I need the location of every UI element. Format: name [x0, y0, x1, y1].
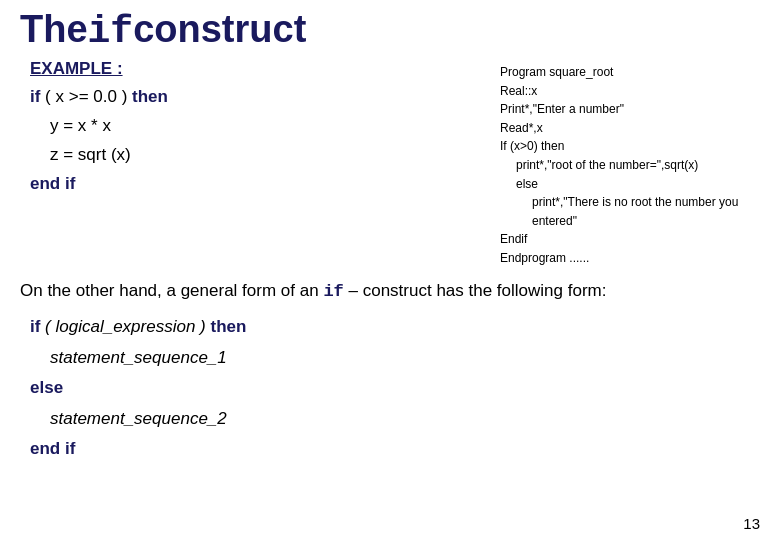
- example-code: if ( x >= 0.0 ) then y = x * x z = sqrt …: [30, 83, 484, 199]
- slide-page: The if construct EXAMPLE : if ( x >= 0.0…: [0, 0, 780, 540]
- kw-if: if: [30, 87, 40, 106]
- rb-line-5: print*,"root of the number=",sqrt(x): [500, 156, 760, 175]
- code-line-3: z = sqrt (x): [50, 141, 484, 170]
- rb-line-4: If (x>0) then: [500, 137, 760, 156]
- page-number: 13: [743, 515, 760, 532]
- general-text-after: – construct has the following form:: [344, 281, 607, 300]
- title-text-before: The: [20, 8, 88, 51]
- example-label: EXAMPLE :: [30, 59, 484, 79]
- code-line-2: y = x * x: [50, 112, 484, 141]
- title-code-if: if: [88, 10, 134, 53]
- title-text-after: construct: [133, 8, 306, 51]
- gf-if-cond: ( logical_expression ): [40, 317, 210, 336]
- gf-if-kw: if: [30, 317, 40, 336]
- gf-line-4: statement_sequence_2: [50, 404, 760, 435]
- gf-endif-kw: end if: [30, 439, 75, 458]
- rb-line-1: Real::x: [500, 82, 760, 101]
- gf-line-3: else: [30, 373, 760, 404]
- right-code-box: Program square_root Real::x Print*,"Ente…: [500, 59, 760, 268]
- rb-line-9: Endprogram ......: [500, 249, 760, 268]
- code-cond: ( x >= 0.0 ): [40, 87, 132, 106]
- gf-line-1: if ( logical_expression ) then: [30, 312, 760, 343]
- gf-stmt2: statement_sequence_2: [50, 409, 227, 428]
- rb-line-8: Endif: [500, 230, 760, 249]
- rb-line-3: Read*,x: [500, 119, 760, 138]
- rb-line-7: print*,"There is no root the number you …: [500, 193, 760, 230]
- general-kw-if: if: [323, 282, 343, 301]
- main-layout: EXAMPLE : if ( x >= 0.0 ) then y = x * x…: [20, 59, 760, 268]
- left-content: EXAMPLE : if ( x >= 0.0 ) then y = x * x…: [20, 59, 484, 268]
- rb-line-2: Print*,"Enter a number": [500, 100, 760, 119]
- gf-else-kw: else: [30, 378, 63, 397]
- general-text-before: On the other hand, a general form of an: [20, 281, 323, 300]
- gf-then-kw: then: [210, 317, 246, 336]
- rb-line-6: else: [500, 175, 760, 194]
- kw-endif: end if: [30, 174, 75, 193]
- general-text: On the other hand, a general form of an …: [20, 278, 760, 305]
- code-line-1: if ( x >= 0.0 ) then: [30, 83, 484, 112]
- gf-stmt1: statement_sequence_1: [50, 348, 227, 367]
- kw-then: then: [132, 87, 168, 106]
- slide-title: The if construct: [20, 8, 760, 53]
- gf-line-2: statement_sequence_1: [50, 343, 760, 374]
- gf-line-5: end if: [30, 434, 760, 465]
- code-line-4: end if: [30, 170, 484, 199]
- general-form: if ( logical_expression ) then statement…: [30, 312, 760, 465]
- rb-line-0: Program square_root: [500, 63, 760, 82]
